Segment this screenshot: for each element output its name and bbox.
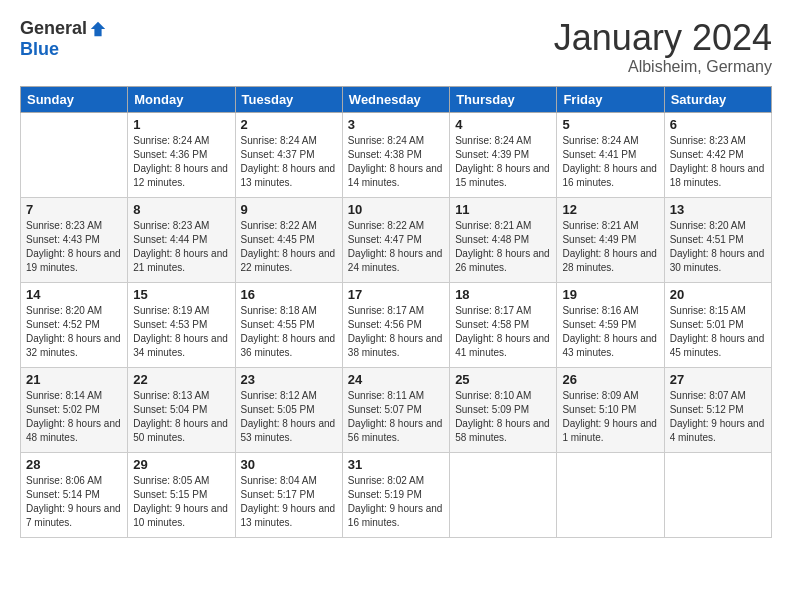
calendar-cell: 6 Sunrise: 8:23 AMSunset: 4:42 PMDayligh… (664, 112, 771, 197)
calendar-cell: 2 Sunrise: 8:24 AMSunset: 4:37 PMDayligh… (235, 112, 342, 197)
cell-date: 21 (26, 372, 122, 387)
calendar-week-row-2: 7 Sunrise: 8:23 AMSunset: 4:43 PMDayligh… (21, 197, 772, 282)
cell-info: Sunrise: 8:19 AMSunset: 4:53 PMDaylight:… (133, 305, 228, 358)
cell-info: Sunrise: 8:05 AMSunset: 5:15 PMDaylight:… (133, 475, 228, 528)
cell-info: Sunrise: 8:02 AMSunset: 5:19 PMDaylight:… (348, 475, 443, 528)
month-title: January 2024 (554, 18, 772, 58)
calendar-cell: 7 Sunrise: 8:23 AMSunset: 4:43 PMDayligh… (21, 197, 128, 282)
calendar-cell: 20 Sunrise: 8:15 AMSunset: 5:01 PMDaylig… (664, 282, 771, 367)
calendar-cell: 13 Sunrise: 8:20 AMSunset: 4:51 PMDaylig… (664, 197, 771, 282)
calendar-cell: 25 Sunrise: 8:10 AMSunset: 5:09 PMDaylig… (450, 367, 557, 452)
calendar-cell: 8 Sunrise: 8:23 AMSunset: 4:44 PMDayligh… (128, 197, 235, 282)
logo-general-text: General (20, 18, 87, 39)
cell-info: Sunrise: 8:04 AMSunset: 5:17 PMDaylight:… (241, 475, 336, 528)
calendar-cell (21, 112, 128, 197)
calendar-cell: 19 Sunrise: 8:16 AMSunset: 4:59 PMDaylig… (557, 282, 664, 367)
cell-info: Sunrise: 8:16 AMSunset: 4:59 PMDaylight:… (562, 305, 657, 358)
cell-date: 27 (670, 372, 766, 387)
cell-date: 26 (562, 372, 658, 387)
calendar-cell: 23 Sunrise: 8:12 AMSunset: 5:05 PMDaylig… (235, 367, 342, 452)
calendar-cell (557, 452, 664, 537)
cell-date: 30 (241, 457, 337, 472)
col-tuesday: Tuesday (235, 86, 342, 112)
cell-info: Sunrise: 8:21 AMSunset: 4:48 PMDaylight:… (455, 220, 550, 273)
cell-date: 22 (133, 372, 229, 387)
cell-date: 13 (670, 202, 766, 217)
cell-info: Sunrise: 8:24 AMSunset: 4:37 PMDaylight:… (241, 135, 336, 188)
cell-date: 7 (26, 202, 122, 217)
cell-date: 16 (241, 287, 337, 302)
cell-info: Sunrise: 8:24 AMSunset: 4:36 PMDaylight:… (133, 135, 228, 188)
cell-date: 4 (455, 117, 551, 132)
calendar-cell: 12 Sunrise: 8:21 AMSunset: 4:49 PMDaylig… (557, 197, 664, 282)
col-wednesday: Wednesday (342, 86, 449, 112)
logo-icon (89, 20, 107, 38)
location: Albisheim, Germany (554, 58, 772, 76)
calendar-week-row-3: 14 Sunrise: 8:20 AMSunset: 4:52 PMDaylig… (21, 282, 772, 367)
calendar-cell: 30 Sunrise: 8:04 AMSunset: 5:17 PMDaylig… (235, 452, 342, 537)
calendar-cell: 22 Sunrise: 8:13 AMSunset: 5:04 PMDaylig… (128, 367, 235, 452)
cell-date: 24 (348, 372, 444, 387)
calendar-cell: 1 Sunrise: 8:24 AMSunset: 4:36 PMDayligh… (128, 112, 235, 197)
col-monday: Monday (128, 86, 235, 112)
col-sunday: Sunday (21, 86, 128, 112)
calendar-cell (664, 452, 771, 537)
calendar-cell: 27 Sunrise: 8:07 AMSunset: 5:12 PMDaylig… (664, 367, 771, 452)
logo-blue-text: Blue (20, 39, 59, 60)
cell-date: 17 (348, 287, 444, 302)
cell-info: Sunrise: 8:22 AMSunset: 4:47 PMDaylight:… (348, 220, 443, 273)
cell-date: 31 (348, 457, 444, 472)
cell-info: Sunrise: 8:22 AMSunset: 4:45 PMDaylight:… (241, 220, 336, 273)
cell-info: Sunrise: 8:18 AMSunset: 4:55 PMDaylight:… (241, 305, 336, 358)
cell-info: Sunrise: 8:20 AMSunset: 4:51 PMDaylight:… (670, 220, 765, 273)
calendar-cell: 17 Sunrise: 8:17 AMSunset: 4:56 PMDaylig… (342, 282, 449, 367)
cell-date: 11 (455, 202, 551, 217)
col-saturday: Saturday (664, 86, 771, 112)
cell-date: 28 (26, 457, 122, 472)
calendar-table: Sunday Monday Tuesday Wednesday Thursday… (20, 86, 772, 538)
cell-date: 8 (133, 202, 229, 217)
calendar-week-row-5: 28 Sunrise: 8:06 AMSunset: 5:14 PMDaylig… (21, 452, 772, 537)
calendar-cell: 18 Sunrise: 8:17 AMSunset: 4:58 PMDaylig… (450, 282, 557, 367)
calendar-cell: 21 Sunrise: 8:14 AMSunset: 5:02 PMDaylig… (21, 367, 128, 452)
calendar-cell (450, 452, 557, 537)
calendar-cell: 29 Sunrise: 8:05 AMSunset: 5:15 PMDaylig… (128, 452, 235, 537)
calendar-cell: 16 Sunrise: 8:18 AMSunset: 4:55 PMDaylig… (235, 282, 342, 367)
cell-date: 25 (455, 372, 551, 387)
calendar-cell: 5 Sunrise: 8:24 AMSunset: 4:41 PMDayligh… (557, 112, 664, 197)
cell-info: Sunrise: 8:07 AMSunset: 5:12 PMDaylight:… (670, 390, 765, 443)
calendar-header-row: Sunday Monday Tuesday Wednesday Thursday… (21, 86, 772, 112)
cell-date: 23 (241, 372, 337, 387)
cell-info: Sunrise: 8:10 AMSunset: 5:09 PMDaylight:… (455, 390, 550, 443)
cell-date: 9 (241, 202, 337, 217)
calendar-cell: 24 Sunrise: 8:11 AMSunset: 5:07 PMDaylig… (342, 367, 449, 452)
cell-info: Sunrise: 8:24 AMSunset: 4:39 PMDaylight:… (455, 135, 550, 188)
calendar-cell: 31 Sunrise: 8:02 AMSunset: 5:19 PMDaylig… (342, 452, 449, 537)
calendar-cell: 26 Sunrise: 8:09 AMSunset: 5:10 PMDaylig… (557, 367, 664, 452)
cell-info: Sunrise: 8:06 AMSunset: 5:14 PMDaylight:… (26, 475, 121, 528)
cell-date: 19 (562, 287, 658, 302)
calendar-cell: 9 Sunrise: 8:22 AMSunset: 4:45 PMDayligh… (235, 197, 342, 282)
cell-info: Sunrise: 8:23 AMSunset: 4:44 PMDaylight:… (133, 220, 228, 273)
cell-info: Sunrise: 8:13 AMSunset: 5:04 PMDaylight:… (133, 390, 228, 443)
cell-info: Sunrise: 8:09 AMSunset: 5:10 PMDaylight:… (562, 390, 657, 443)
calendar-week-row-1: 1 Sunrise: 8:24 AMSunset: 4:36 PMDayligh… (21, 112, 772, 197)
cell-info: Sunrise: 8:11 AMSunset: 5:07 PMDaylight:… (348, 390, 443, 443)
col-friday: Friday (557, 86, 664, 112)
cell-date: 18 (455, 287, 551, 302)
cell-info: Sunrise: 8:17 AMSunset: 4:58 PMDaylight:… (455, 305, 550, 358)
calendar-cell: 4 Sunrise: 8:24 AMSunset: 4:39 PMDayligh… (450, 112, 557, 197)
cell-date: 12 (562, 202, 658, 217)
title-block: January 2024 Albisheim, Germany (554, 18, 772, 76)
cell-info: Sunrise: 8:23 AMSunset: 4:42 PMDaylight:… (670, 135, 765, 188)
col-thursday: Thursday (450, 86, 557, 112)
cell-info: Sunrise: 8:17 AMSunset: 4:56 PMDaylight:… (348, 305, 443, 358)
cell-date: 15 (133, 287, 229, 302)
page: General Blue January 2024 Albisheim, Ger… (0, 0, 792, 612)
calendar-cell: 14 Sunrise: 8:20 AMSunset: 4:52 PMDaylig… (21, 282, 128, 367)
calendar-cell: 11 Sunrise: 8:21 AMSunset: 4:48 PMDaylig… (450, 197, 557, 282)
cell-date: 10 (348, 202, 444, 217)
cell-date: 20 (670, 287, 766, 302)
cell-date: 1 (133, 117, 229, 132)
cell-info: Sunrise: 8:15 AMSunset: 5:01 PMDaylight:… (670, 305, 765, 358)
